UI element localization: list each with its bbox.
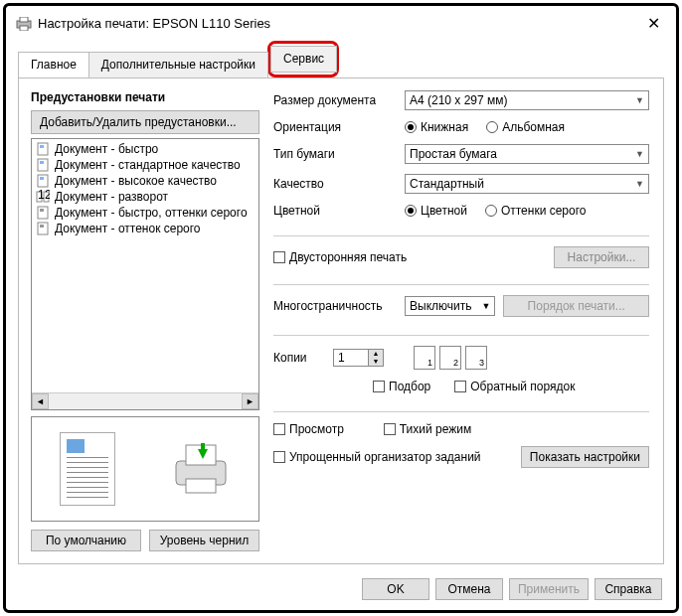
svg-rect-19	[186, 479, 216, 493]
doc-size-label: Размер документа	[273, 93, 405, 107]
list-item[interactable]: Документ - оттенок серого	[32, 221, 258, 236]
page-order-button: Порядок печати...	[503, 295, 649, 317]
page-icon: 3	[465, 346, 487, 370]
presets-title: Предустановки печати	[31, 90, 259, 104]
svg-rect-5	[38, 159, 48, 171]
quality-label: Качество	[273, 177, 405, 191]
color-gray-radio[interactable]: Оттенки серого	[485, 204, 587, 218]
horizontal-scrollbar[interactable]: ◄ ►	[32, 392, 258, 409]
doc-gray-icon	[36, 206, 50, 220]
orientation-label: Ориентация	[273, 120, 405, 134]
color-label: Цветной	[273, 204, 405, 218]
show-settings-button[interactable]: Показать настройки	[521, 446, 649, 468]
organizer-checkbox[interactable]: Упрощенный организатор заданий	[273, 450, 521, 464]
multipage-label: Многостраничность	[273, 299, 405, 313]
svg-rect-6	[40, 161, 44, 164]
printer-preview-icon	[170, 441, 232, 497]
collate-checkbox[interactable]: Подбор	[373, 380, 430, 393]
defaults-button[interactable]: По умолчанию	[31, 530, 141, 551]
list-item-label: Документ - быстро	[55, 142, 158, 156]
duplex-settings-button: Настройки...	[554, 246, 649, 268]
divider	[273, 335, 649, 336]
chevron-down-icon: ▼	[635, 149, 644, 159]
window-title: Настройка печати: EPSON L110 Series	[38, 16, 641, 31]
doc-gray-icon	[36, 222, 50, 235]
svg-rect-7	[38, 175, 48, 187]
svg-rect-4	[40, 145, 44, 148]
quality-combo[interactable]: Стандартный▼	[405, 174, 649, 194]
paper-type-label: Тип бумаги	[273, 147, 405, 161]
list-item-label: Документ - стандартное качество	[55, 158, 241, 172]
multipage-combo[interactable]: Выключить▼	[405, 296, 495, 316]
list-item-label: Документ - высокое качество	[55, 174, 217, 188]
svg-rect-8	[40, 177, 44, 180]
close-icon[interactable]: ✕	[641, 14, 666, 33]
list-item-label: Документ - быстро, оттенки серого	[55, 206, 248, 220]
svg-rect-2	[20, 26, 28, 31]
apply-button: Применить	[509, 578, 589, 600]
tab-main[interactable]: Главное	[18, 52, 89, 77]
orientation-landscape-radio[interactable]: Альбомная	[486, 120, 565, 134]
copies-stepper[interactable]: 1▲▼	[333, 349, 384, 367]
reverse-order-checkbox[interactable]: Обратный порядок	[454, 380, 575, 393]
svg-text:1: 1	[38, 190, 45, 202]
spin-up-icon[interactable]: ▲	[369, 350, 383, 358]
copies-label: Копии	[273, 351, 333, 365]
spread-icon: 12	[36, 190, 50, 204]
document-preview-icon	[60, 432, 115, 506]
list-item-label: Документ - оттенок серого	[55, 222, 201, 235]
list-item[interactable]: Документ - высокое качество	[32, 173, 258, 189]
divider	[273, 284, 649, 285]
tab-service[interactable]: Сервис	[270, 46, 337, 73]
tab-more-settings[interactable]: Дополнительные настройки	[88, 52, 268, 77]
printer-icon	[16, 17, 32, 31]
list-item[interactable]: Документ - быстро, оттенки серого	[32, 205, 258, 221]
doc-icon	[36, 174, 50, 188]
doc-size-combo[interactable]: A4 (210 x 297 мм)▼	[405, 90, 649, 110]
page-icon: 2	[439, 346, 461, 370]
duplex-checkbox[interactable]: Двусторонняя печать	[273, 250, 554, 264]
orientation-portrait-radio[interactable]: Книжная	[405, 120, 468, 134]
page-icon: 1	[414, 346, 435, 370]
divider	[273, 411, 649, 412]
spin-down-icon[interactable]: ▼	[369, 358, 383, 366]
highlight-service-tab: Сервис	[267, 41, 339, 77]
svg-rect-20	[201, 443, 205, 451]
cancel-button[interactable]: Отмена	[435, 578, 503, 600]
add-remove-presets-button[interactable]: Добавить/Удалить предустановки...	[31, 110, 259, 134]
chevron-down-icon: ▼	[481, 301, 490, 311]
list-item[interactable]: 12Документ - разворот	[32, 189, 258, 205]
svg-rect-15	[38, 223, 48, 234]
svg-rect-16	[40, 225, 44, 228]
list-item[interactable]: Документ - стандартное качество	[32, 157, 258, 173]
preview-checkbox[interactable]: Просмотр	[273, 422, 344, 436]
doc-icon	[36, 158, 50, 172]
list-item-label: Документ - разворот	[55, 190, 168, 204]
chevron-down-icon: ▼	[635, 179, 644, 189]
list-item[interactable]: Документ - быстро	[32, 141, 258, 157]
scroll-track[interactable]	[49, 393, 242, 409]
help-button[interactable]: Справка	[595, 578, 662, 600]
svg-rect-3	[38, 143, 48, 155]
ink-levels-button[interactable]: Уровень чернил	[149, 530, 259, 551]
svg-rect-14	[40, 209, 44, 212]
preview-pane	[31, 416, 259, 522]
presets-list[interactable]: Документ - быстро Документ - стандартное…	[31, 138, 259, 410]
svg-rect-1	[20, 17, 28, 22]
ok-button[interactable]: OK	[362, 578, 429, 600]
scroll-right-icon[interactable]: ►	[242, 393, 258, 409]
chevron-down-icon: ▼	[635, 95, 644, 105]
svg-text:2: 2	[45, 190, 50, 202]
svg-rect-13	[38, 207, 48, 219]
collate-preview: 1 2 3	[414, 346, 487, 370]
divider	[273, 235, 649, 236]
doc-icon	[36, 142, 50, 156]
color-color-radio[interactable]: Цветной	[405, 204, 467, 218]
paper-type-combo[interactable]: Простая бумага▼	[405, 144, 649, 164]
quiet-mode-checkbox[interactable]: Тихий режим	[384, 422, 471, 436]
scroll-left-icon[interactable]: ◄	[32, 393, 49, 409]
